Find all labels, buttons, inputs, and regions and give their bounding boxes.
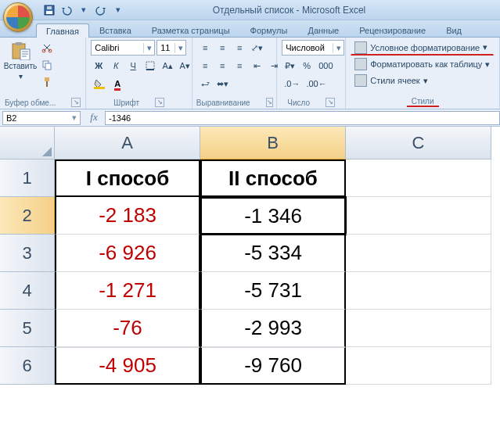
alignment-launcher[interactable]: ↘ — [266, 98, 273, 107]
cell-styles-icon — [354, 74, 367, 87]
brush-icon — [41, 77, 52, 88]
row-header[interactable]: 5 — [0, 310, 55, 347]
cell-styles-button[interactable]: Стили ячеек ▾ — [351, 73, 494, 88]
chevron-down-icon: ▾ — [174, 43, 185, 53]
cell-b3[interactable]: -5 334 — [200, 235, 346, 272]
percent-button[interactable]: % — [299, 58, 315, 73]
cell-a5[interactable]: -76 — [55, 310, 200, 347]
cell-b1[interactable]: II способ — [200, 159, 346, 197]
chevron-down-icon: ▾ — [423, 76, 428, 86]
font-color-button[interactable]: A — [110, 76, 125, 91]
font-size-combo[interactable]: 11 ▾ — [156, 40, 186, 56]
accounting-button[interactable]: ₽▾ — [282, 58, 297, 73]
tab-insert[interactable]: Вставка — [89, 23, 142, 37]
decrease-indent-button[interactable]: ⇤ — [249, 58, 264, 73]
fx-button[interactable]: fx — [86, 111, 102, 125]
align-middle-button[interactable]: ≡ — [214, 40, 230, 56]
col-header-b[interactable]: B — [200, 127, 346, 159]
row-header[interactable]: 4 — [0, 272, 55, 310]
row-header[interactable]: 1 — [0, 159, 55, 197]
underline-button[interactable]: Ч — [125, 58, 141, 73]
tab-view[interactable]: Вид — [436, 23, 472, 37]
group-styles: Условное форматирование ▾ Форматировать … — [346, 38, 500, 109]
save-icon[interactable] — [42, 3, 56, 17]
clipboard-launcher[interactable]: ↘ — [71, 98, 81, 107]
align-left-button[interactable]: ≡ — [197, 58, 213, 73]
row-2: 2 -2 183 -1 346 — [0, 197, 500, 235]
border-button[interactable] — [142, 58, 158, 73]
tab-formulas[interactable]: Формулы — [240, 23, 298, 37]
font-name-combo[interactable]: Calibri ▾ — [91, 40, 155, 56]
italic-button[interactable]: К — [108, 58, 124, 73]
paste-button[interactable]: Вставить ▾ — [5, 40, 36, 95]
decrease-decimal-button[interactable]: .00← — [304, 76, 329, 91]
cell-a6[interactable]: -4 905 — [55, 347, 200, 385]
cell-a2[interactable]: -2 183 — [55, 197, 200, 235]
group-font: Calibri ▾ 11 ▾ Ж К Ч A▴ A▾ — [86, 38, 192, 109]
cell-c2[interactable] — [346, 197, 491, 235]
format-as-table-button[interactable]: Форматировать как таблицу ▾ — [351, 56, 494, 72]
conditional-formatting-button[interactable]: Условное форматирование ▾ — [351, 40, 494, 56]
orientation-button[interactable]: ⤢▾ — [249, 40, 265, 56]
redo-icon[interactable] — [94, 3, 108, 17]
number-format-combo[interactable]: Числовой ▾ — [282, 40, 344, 56]
format-table-label: Форматировать как таблицу — [370, 59, 482, 69]
row-header[interactable]: 2 — [0, 197, 55, 235]
office-button[interactable] — [3, 2, 33, 32]
copy-button[interactable] — [39, 57, 55, 73]
chevron-down-icon: ▾ — [485, 59, 490, 70]
align-top-button[interactable]: ≡ — [197, 40, 213, 56]
cell-c3[interactable] — [346, 235, 491, 272]
formula-input[interactable]: -1346 — [105, 111, 500, 125]
cell-c6[interactable] — [346, 347, 491, 385]
chevron-down-icon: ▾ — [72, 113, 77, 123]
tab-home[interactable]: Главная — [36, 23, 89, 38]
shrink-font-button[interactable]: A▾ — [177, 58, 192, 73]
undo-dropdown-icon[interactable]: ▾ — [77, 3, 91, 17]
cell-a3[interactable]: -6 926 — [55, 235, 200, 272]
tab-page-layout[interactable]: Разметка страницы — [142, 23, 240, 37]
tab-review[interactable]: Рецензирование — [349, 23, 436, 37]
font-launcher[interactable]: ↘ — [155, 98, 164, 107]
group-clipboard: Вставить ▾ Буфер обме... ↘ — [0, 38, 86, 109]
cell-a1[interactable]: I способ — [55, 159, 200, 197]
name-box[interactable]: B2 ▾ — [2, 111, 81, 125]
comma-button[interactable]: 000 — [316, 58, 335, 73]
undo-icon[interactable] — [59, 3, 74, 17]
fill-color-button[interactable] — [91, 76, 108, 91]
name-box-value: B2 — [6, 113, 16, 123]
row-header[interactable]: 3 — [0, 235, 55, 272]
col-header-c[interactable]: C — [346, 127, 491, 159]
row-header[interactable]: 6 — [0, 347, 55, 385]
align-center-button[interactable]: ≡ — [214, 58, 230, 73]
grow-font-button[interactable]: A▴ — [160, 58, 175, 73]
col-header-a[interactable]: A — [55, 127, 200, 159]
tab-data[interactable]: Данные — [297, 23, 349, 37]
cell-a4[interactable]: -1 271 — [55, 272, 200, 310]
cut-button[interactable] — [39, 40, 55, 56]
merge-button[interactable]: ⬌▾ — [214, 76, 231, 91]
svg-rect-5 — [20, 49, 30, 60]
formula-bar: B2 ▾ fx -1346 — [0, 109, 500, 127]
cell-b4[interactable]: -5 731 — [200, 272, 346, 310]
cell-c4[interactable] — [346, 272, 491, 310]
chevron-down-icon: ▾ — [483, 42, 487, 52]
qat-customize-icon[interactable]: ▾ — [111, 3, 125, 17]
cell-c1[interactable] — [346, 159, 491, 197]
align-bottom-button[interactable]: ≡ — [232, 40, 247, 56]
cell-b5[interactable]: -2 993 — [200, 310, 346, 347]
number-launcher[interactable]: ↘ — [326, 98, 335, 107]
wrap-text-button[interactable]: ⮐ — [197, 76, 213, 91]
select-all-corner[interactable] — [0, 127, 55, 159]
group-alignment-label: Выравнивание — [196, 99, 250, 107]
format-painter-button[interactable] — [39, 74, 55, 90]
align-right-button[interactable]: ≡ — [232, 58, 247, 73]
cell-b2[interactable]: -1 346 — [200, 197, 346, 235]
bold-button[interactable]: Ж — [91, 58, 106, 73]
font-name-value: Calibri — [92, 43, 143, 52]
column-headers: A B C — [0, 127, 500, 159]
border-icon — [145, 60, 156, 71]
increase-decimal-button[interactable]: .0→ — [282, 76, 302, 91]
cell-c5[interactable] — [346, 310, 491, 347]
cell-b6[interactable]: -9 760 — [200, 347, 346, 385]
